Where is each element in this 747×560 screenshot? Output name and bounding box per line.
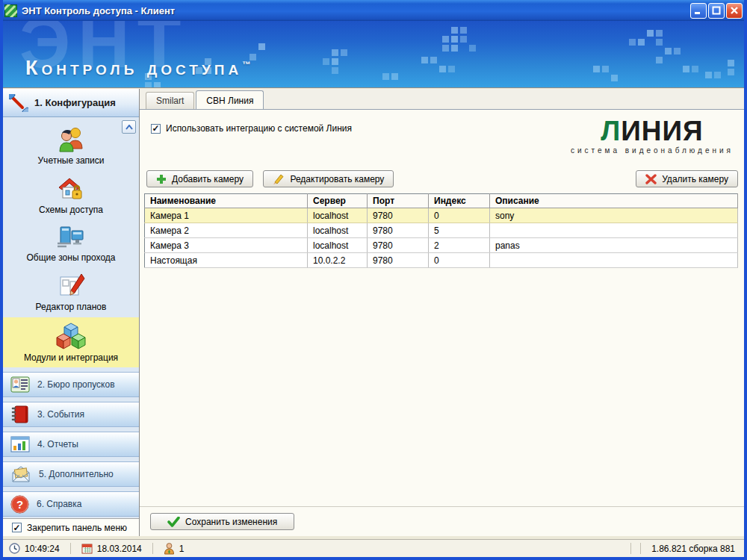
table-header-row: Наименование Сервер Порт Индекс Описание: [145, 194, 738, 208]
add-camera-button[interactable]: Добавить камеру: [146, 170, 253, 187]
table-cell[interactable]: sony: [490, 208, 738, 223]
delete-camera-button[interactable]: Удалить камеру: [636, 170, 738, 187]
table-cell[interactable]: 2: [429, 238, 490, 253]
chevron-up-icon: [125, 125, 133, 130]
status-separator: [152, 543, 153, 554]
close-button[interactable]: [726, 3, 743, 19]
integration-checkbox-label: Использовать интеграцию с системой Линия: [166, 123, 352, 134]
window-title: ЭНТ Контроль доступа - Клиент: [22, 5, 175, 16]
sidebar-section-additional[interactable]: 5. Дополнительно: [3, 461, 139, 487]
reports-chart-icon: [10, 435, 30, 453]
green-check-icon: [167, 517, 180, 527]
table-cell[interactable]: Камера 1: [145, 208, 308, 223]
table-cell[interactable]: Настоящая: [145, 253, 308, 268]
sidebar-section-help[interactable]: ? 6. Справка: [3, 491, 139, 517]
table-cell[interactable]: panas: [490, 238, 738, 253]
column-header[interactable]: Индекс: [429, 194, 490, 208]
table-row[interactable]: Настоящая10.0.2.297800: [145, 253, 738, 268]
camera-table-wrap: Наименование Сервер Порт Индекс Описание…: [144, 193, 738, 268]
linia-logo: ЛИНИЯ система видеонаблюдения: [571, 117, 734, 155]
sidebar-item-label: Общие зоны прохода: [4, 252, 137, 263]
column-header[interactable]: Наименование: [145, 194, 308, 208]
svg-text:?: ?: [16, 498, 23, 511]
table-cell[interactable]: localhost: [308, 238, 368, 253]
sidebar-item-label: Учетные записи: [4, 155, 137, 166]
save-changes-button[interactable]: Сохранить изменения: [150, 513, 294, 530]
table-cell[interactable]: localhost: [308, 223, 368, 238]
table-row[interactable]: Камера 1localhost97800sony: [145, 208, 738, 223]
table-cell[interactable]: 9780: [368, 238, 429, 253]
table-cell[interactable]: 0: [429, 253, 490, 268]
table-row[interactable]: Камера 3localhost97802panas: [145, 238, 738, 253]
save-bar: Сохранить изменения: [140, 506, 744, 536]
table-cell[interactable]: 5: [429, 223, 490, 238]
sidebar-items-panel: Учетные записи Схемы доступа: [3, 117, 139, 367]
table-cell[interactable]: Камера 2: [145, 223, 308, 238]
sidebar-item-label: Схемы доступа: [4, 205, 137, 215]
table-cell[interactable]: [490, 253, 738, 268]
pin-menu-checkbox[interactable]: ✓: [12, 523, 22, 532]
trademark-symbol: ™: [242, 60, 250, 69]
table-cell[interactable]: 9780: [368, 208, 429, 223]
integration-checkbox[interactable]: ✓: [151, 124, 161, 134]
status-date: 18.03.2014: [81, 543, 142, 554]
edit-camera-button[interactable]: Редактировать камеру: [263, 170, 394, 187]
table-cell[interactable]: 10.0.2.2: [308, 253, 368, 268]
table-cell[interactable]: 9780: [368, 223, 429, 238]
sidebar-section-label: 2. Бюро пропусков: [37, 379, 115, 390]
table-cell[interactable]: localhost: [308, 208, 368, 223]
minimize-button[interactable]: [690, 3, 707, 19]
clock-icon: [9, 543, 20, 554]
sidebar-section-label: 5. Дополнительно: [39, 469, 114, 479]
sidebar-item-accounts[interactable]: Учетные записи: [3, 122, 139, 171]
version-text: 1.86.821 сборка 881: [651, 544, 738, 554]
camera-table: Наименование Сервер Порт Индекс Описание…: [144, 193, 738, 268]
sidebar-item-label: Редактор планов: [4, 302, 137, 312]
red-x-icon: [645, 174, 657, 184]
tab-svn-linia[interactable]: СВН Линия: [196, 90, 264, 110]
sidebar-item-plan-editor[interactable]: Редактор планов: [3, 268, 139, 317]
column-header[interactable]: Порт: [368, 194, 429, 208]
sidebar-section-events[interactable]: 3. События: [3, 402, 139, 427]
sidebar-item-access-schemes[interactable]: Схемы доступа: [3, 171, 139, 220]
sidebar-item-common-zones[interactable]: Общие зоны прохода: [3, 220, 139, 268]
table-cell[interactable]: [490, 223, 738, 238]
tab-content: ✓ Использовать интеграцию с системой Лин…: [140, 109, 744, 536]
wrench-icon: [9, 94, 28, 112]
product-logo: Контроль доступа™: [25, 57, 250, 80]
status-separator: [70, 543, 71, 554]
linia-logo-subtitle: система видеонаблюдения: [571, 146, 734, 155]
integration-checkbox-row: ✓ Использовать интеграцию с системой Лин…: [151, 123, 352, 134]
status-version-area: 1.86.821 сборка 881: [626, 543, 738, 554]
title-bar: ЭНТ Контроль доступа - Клиент: [0, 0, 747, 21]
table-cell[interactable]: Камера 3: [145, 238, 308, 253]
table-row[interactable]: Камера 2localhost97805: [145, 223, 738, 238]
camera-table-body: Камера 1localhost97800sonyКамера 2localh…: [145, 208, 738, 268]
person-icon: [164, 543, 175, 555]
app-icon: [4, 4, 17, 17]
status-time: 10:49:24: [9, 543, 60, 554]
sidebar-item-modules-integration[interactable]: Модули и интерграция: [3, 317, 139, 367]
table-cell[interactable]: 9780: [368, 253, 429, 268]
plus-icon: [156, 174, 167, 184]
sidebar-section-label: 3. События: [37, 409, 84, 420]
table-cell[interactable]: 0: [429, 208, 490, 223]
scroll-up-button[interactable]: [122, 120, 136, 134]
events-book-icon: [10, 405, 30, 423]
status-separator: [630, 543, 631, 554]
tab-smilart[interactable]: Smilart: [146, 92, 194, 109]
main-area: Smilart СВН Линия ✓ Использовать интегра…: [140, 89, 744, 536]
maximize-button[interactable]: [708, 3, 725, 19]
sidebar-section-pass-bureau[interactable]: 2. Бюро пропусков: [3, 372, 139, 397]
sidebar-section-label: 6. Справка: [37, 499, 81, 509]
house-lock-icon: [56, 175, 86, 202]
linia-logo-first-letter: Л: [601, 116, 621, 146]
app-window: ЭНТ Контроль доступа - Клиент ЭНТ Контро…: [0, 0, 747, 560]
calendar-icon: [81, 543, 93, 554]
sidebar-section-configuration[interactable]: 1. Конфигурация: [3, 89, 139, 117]
plan-editor-icon: [56, 273, 86, 299]
column-header[interactable]: Сервер: [308, 194, 368, 208]
column-header[interactable]: Описание: [490, 194, 738, 208]
sidebar-section-reports[interactable]: 4. Отчеты: [3, 432, 139, 457]
monitors-icon: [56, 225, 86, 250]
